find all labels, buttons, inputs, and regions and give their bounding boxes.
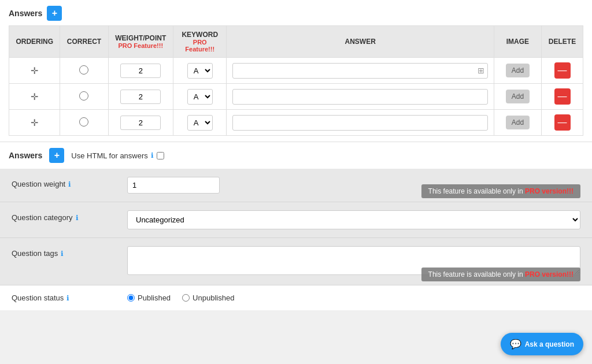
status-info-icon: ℹ xyxy=(66,294,69,302)
col-answer: ANSWER xyxy=(227,26,494,58)
weight-input-1[interactable] xyxy=(120,64,161,78)
question-tags-label: Question tags ℹ xyxy=(12,246,127,258)
answers-title: Answers xyxy=(9,9,42,18)
drag-handle-2[interactable]: ✛ xyxy=(31,92,38,102)
delete-button-2[interactable]: — xyxy=(554,88,571,105)
main-container: Answers + ORDERING CORRECT WEIGHT/POINT … xyxy=(0,0,592,310)
add-answer-button[interactable]: + xyxy=(47,6,62,21)
weight-pro-label: PRO Feature!!! xyxy=(114,42,167,49)
answers-section: Answers + ORDERING CORRECT WEIGHT/POINT … xyxy=(0,0,592,142)
answers-bottom-title: Answers xyxy=(9,151,42,160)
correct-radio-1[interactable] xyxy=(79,65,88,75)
status-unpublished-label: Unpublished xyxy=(193,294,234,302)
answer-input-2[interactable] xyxy=(232,89,487,105)
keyword-cell-3: A B C xyxy=(173,110,227,136)
col-keyword: KEYWORD PRO Feature!!! xyxy=(173,26,227,58)
add-image-button-2[interactable]: Add xyxy=(506,90,530,103)
question-tags-content: This feature is available only in PRO ve… xyxy=(127,246,580,277)
answer-input-wrapper-2 xyxy=(232,89,487,105)
image-cell-3: Add xyxy=(494,110,541,136)
html-info-icon: ℹ xyxy=(151,151,154,159)
answer-input-3[interactable] xyxy=(232,115,487,131)
question-weight-row: Question weight ℹ This feature is availa… xyxy=(0,169,592,202)
question-weight-input[interactable] xyxy=(127,177,220,194)
col-ordering: ORDERING xyxy=(9,26,60,58)
answers-table: ORDERING CORRECT WEIGHT/POINT PRO Featur… xyxy=(9,25,583,136)
question-category-row: Question category ℹ Uncategorized xyxy=(0,202,592,238)
delete-cell-1: — xyxy=(542,58,583,84)
answer-cell-3 xyxy=(227,110,494,136)
question-category-label: Question category ℹ xyxy=(12,210,127,222)
category-info-icon: ℹ xyxy=(76,214,79,222)
delete-cell-2: — xyxy=(542,84,583,110)
tags-pro-text: PRO version!!! xyxy=(525,270,574,278)
tags-info-icon: ℹ xyxy=(61,250,64,258)
image-cell-2: Add xyxy=(494,84,541,110)
answer-cell-1: ⊞ xyxy=(227,58,494,84)
html-label-text: Use HTML for answers xyxy=(71,151,147,160)
question-weight-label: Question weight ℹ xyxy=(12,177,127,188)
answer-cell-2 xyxy=(227,84,494,110)
image-cell-1: Add xyxy=(494,58,541,84)
table-header-row: ORDERING CORRECT WEIGHT/POINT PRO Featur… xyxy=(9,26,583,58)
weight-pro-banner: This feature is available only in PRO ve… xyxy=(421,184,580,198)
answers-header: Answers + xyxy=(9,6,583,21)
weight-cell-3 xyxy=(108,110,173,136)
ask-question-bubble[interactable]: 💬 Ask a question xyxy=(501,333,583,355)
table-row: ✛ A B C xyxy=(9,110,583,136)
question-tags-row: Question tags ℹ This feature is availabl… xyxy=(0,238,592,285)
keyword-select-1[interactable]: A B C xyxy=(187,63,213,79)
category-select[interactable]: Uncategorized xyxy=(127,210,580,229)
drag-handle-1[interactable]: ✛ xyxy=(31,66,38,76)
edit-icon-1: ⊞ xyxy=(478,66,484,75)
speech-bubble-icon: 💬 xyxy=(510,339,521,350)
drag-cell-1: ✛ xyxy=(9,58,60,84)
question-status-row: Question status ℹ Published Unpublished xyxy=(0,285,592,310)
weight-pro-text: PRO version!!! xyxy=(525,187,574,195)
add-image-button-3[interactable]: Add xyxy=(506,116,530,129)
html-checkbox[interactable] xyxy=(157,152,164,159)
weight-cell-1 xyxy=(108,58,173,84)
status-published-radio[interactable] xyxy=(127,294,135,302)
status-unpublished-radio[interactable] xyxy=(182,294,190,302)
weight-input-2[interactable] xyxy=(120,90,161,104)
question-weight-content: This feature is available only in PRO ve… xyxy=(127,177,580,194)
drag-handle-3[interactable]: ✛ xyxy=(31,118,38,128)
correct-radio-2[interactable] xyxy=(79,91,88,101)
drag-cell-3: ✛ xyxy=(9,110,60,136)
table-row: ✛ A B C xyxy=(9,58,583,84)
answers-bottom-bar: Answers + Use HTML for answers ℹ xyxy=(0,142,592,169)
keyword-cell-1: A B C xyxy=(173,58,227,84)
keyword-cell-2: A B C xyxy=(173,84,227,110)
delete-button-1[interactable]: — xyxy=(554,62,571,79)
ask-question-label: Ask a question xyxy=(525,340,574,348)
status-published-option[interactable]: Published xyxy=(127,294,171,302)
add-image-button-1[interactable]: Add xyxy=(506,64,530,77)
keyword-select-2[interactable]: A B C xyxy=(187,89,213,105)
keyword-select-3[interactable]: A B C xyxy=(187,115,213,131)
keyword-pro-label: PRO Feature!!! xyxy=(179,39,220,53)
delete-cell-3: — xyxy=(542,110,583,136)
answer-input-1[interactable] xyxy=(232,63,487,79)
col-correct: CORRECT xyxy=(60,26,108,58)
question-details: Question weight ℹ This feature is availa… xyxy=(0,169,592,285)
correct-cell-2 xyxy=(60,84,108,110)
col-image: IMAGE xyxy=(494,26,541,58)
drag-cell-2: ✛ xyxy=(9,84,60,110)
add-answer-button-bottom[interactable]: + xyxy=(49,148,64,163)
correct-cell-3 xyxy=(60,110,108,136)
question-category-content: Uncategorized xyxy=(127,210,580,229)
tags-pro-banner: This feature is available only in PRO ve… xyxy=(421,268,580,281)
correct-radio-3[interactable] xyxy=(79,117,88,127)
answer-input-wrapper-1: ⊞ xyxy=(232,63,487,79)
correct-cell-1 xyxy=(60,58,108,84)
status-unpublished-option[interactable]: Unpublished xyxy=(182,294,234,302)
weight-info-icon: ℹ xyxy=(68,180,71,188)
weight-cell-2 xyxy=(108,84,173,110)
weight-input-3[interactable] xyxy=(120,116,161,130)
question-status-label: Question status ℹ xyxy=(12,294,127,302)
table-row: ✛ A B C xyxy=(9,84,583,110)
status-options: Published Unpublished xyxy=(127,294,234,302)
delete-button-3[interactable]: — xyxy=(554,114,571,131)
status-published-label: Published xyxy=(138,294,171,302)
